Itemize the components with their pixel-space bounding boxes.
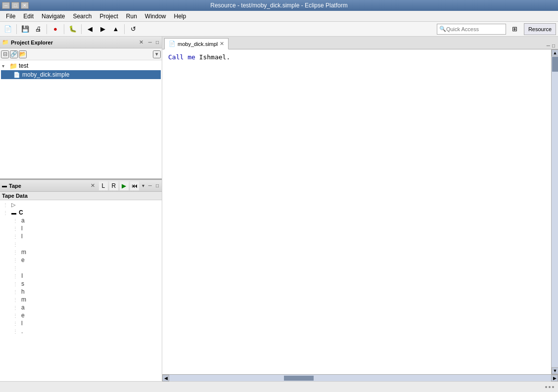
perspective-icon-button[interactable]: ⊞ xyxy=(508,23,522,35)
hscroll-track xyxy=(169,375,551,381)
dashed-e2-icon: ⋮ xyxy=(13,313,18,318)
save-button[interactable]: 💾 xyxy=(19,23,31,35)
project-explorer-title: Project Explorer xyxy=(11,40,136,45)
run-button[interactable]: ● xyxy=(49,23,61,35)
collapse-all-button[interactable]: ⊟ xyxy=(1,50,9,58)
project-explorer-minimize-icon[interactable]: ─ xyxy=(147,39,153,45)
tape-current-cell-label: C xyxy=(19,209,23,216)
menu-search[interactable]: Search xyxy=(69,12,95,21)
tape-minimize-icon[interactable]: ─ xyxy=(147,182,153,189)
restore-button[interactable]: □ xyxy=(11,2,19,9)
tape-row-I: ⋮ I xyxy=(1,272,161,280)
close-button[interactable]: ✕ xyxy=(21,2,29,9)
editor-text-normal: Ishmael. xyxy=(195,53,230,61)
hscroll-left-arrow[interactable]: ◀ xyxy=(162,375,169,382)
tape-close-icon[interactable]: ✕ xyxy=(89,182,97,190)
quick-access-input[interactable] xyxy=(446,26,506,32)
tape-row-space1: ⋮ xyxy=(1,240,161,248)
tape-cell-h: h xyxy=(21,288,25,295)
project-explorer-icon: 📁 xyxy=(2,39,9,45)
tape-row-dot: ⋮ . xyxy=(1,327,161,335)
tape-play-button[interactable]: ▶ xyxy=(120,181,129,190)
tab-close-icon[interactable]: ✕ xyxy=(220,41,224,47)
tape-row-l1: ⋮ l xyxy=(1,224,161,232)
menu-run[interactable]: Run xyxy=(122,12,141,21)
dashed-h-icon: ⋮ xyxy=(13,289,18,295)
print-button[interactable]: 🖨 xyxy=(32,23,44,35)
hscroll-right-arrow[interactable]: ▶ xyxy=(551,375,558,382)
toolbar-sep-5 xyxy=(124,24,125,34)
editor-horizontal-scrollbar[interactable]: ◀ ▶ xyxy=(162,374,558,381)
tape-row-e: ⋮ e xyxy=(1,256,161,264)
main-toolbar: 📄 💾 🖨 ● 🐛 ◀ ▶ ▲ ↺ 🔍 ⊞ Resource xyxy=(0,22,558,37)
tree-item-test[interactable]: ▾ 📁 test xyxy=(1,61,161,70)
scroll-track xyxy=(552,72,558,367)
debug-button[interactable]: 🐛 xyxy=(67,23,79,35)
tape-cell-m: m xyxy=(21,249,26,256)
project-explorer-maximize-icon[interactable]: □ xyxy=(155,39,160,45)
menu-project[interactable]: Project xyxy=(95,12,122,21)
tape-dropdown-icon[interactable]: ▾ xyxy=(141,182,145,189)
tape-row-l3: ⋮ l xyxy=(1,319,161,327)
hscroll-thumb[interactable] xyxy=(284,376,314,381)
project-explorer-close-icon[interactable]: ✕ xyxy=(138,39,145,46)
chevron-down-icon: ▾ xyxy=(2,63,8,69)
tape-row-a2: ⋮ a xyxy=(1,304,161,311)
project-explorer-titlebar: 📁 Project Explorer ✕ ─ □ xyxy=(0,37,162,48)
editor-text[interactable]: Call me Ishmael. xyxy=(162,49,551,374)
menu-navigate[interactable]: Navigate xyxy=(38,12,69,21)
dashed-a-icon: ⋮ xyxy=(13,218,18,223)
editor-tab-bar: 📄 moby_dick.simpl ✕ ─ □ xyxy=(162,37,558,49)
dashed-line-icon-2: ⋮ xyxy=(3,210,8,216)
scroll-thumb[interactable] xyxy=(552,57,558,72)
project-tree: ▾ 📁 test 📄 moby_dick.simple xyxy=(0,60,162,178)
tree-item-file[interactable]: 📄 moby_dick.simple xyxy=(1,70,161,79)
dashed-l1-icon: ⋮ xyxy=(13,226,18,231)
refresh-button[interactable]: ↺ xyxy=(127,23,139,35)
menu-window[interactable]: Window xyxy=(141,12,170,21)
scroll-up-arrow[interactable]: ▲ xyxy=(552,49,558,56)
new-folder-button[interactable]: 📂 xyxy=(19,50,27,58)
tree-item-file-label: moby_dick.simple xyxy=(22,71,69,78)
scroll-down-arrow[interactable]: ▼ xyxy=(552,367,558,374)
tape-maximize-icon[interactable]: □ xyxy=(155,182,160,189)
quick-access-box[interactable]: 🔍 xyxy=(437,24,506,35)
dashed-l2-icon: ⋮ xyxy=(13,234,18,239)
tape-row-arrow: ⋮ ▷ xyxy=(1,201,161,209)
tape-row-a: ⋮ a xyxy=(1,217,161,224)
link-editor-button[interactable]: 🔗 xyxy=(10,50,18,58)
menu-bar: File Edit Navigate Search Project Run Wi… xyxy=(0,11,558,22)
menu-edit[interactable]: Edit xyxy=(19,12,38,21)
status-dots xyxy=(545,386,554,388)
tape-data-header: Tape Data xyxy=(0,192,162,200)
left-panel: 📁 Project Explorer ✕ ─ □ ⊟ 🔗 📂 ▾ ▾ 📁 tes… xyxy=(0,37,162,381)
tab-file-icon: 📄 xyxy=(169,41,176,47)
menu-help[interactable]: Help xyxy=(170,12,190,21)
tape-L-button[interactable]: L xyxy=(99,181,108,190)
tape-inner-toolbar: L R ▶ ⏮ xyxy=(99,180,139,192)
window-controls[interactable]: ─ □ ✕ xyxy=(2,2,29,9)
editor-tab-moby[interactable]: 📄 moby_dick.simpl ✕ xyxy=(164,38,229,49)
editor-minimize-icon[interactable]: ─ xyxy=(546,43,551,49)
editor-vertical-scrollbar[interactable]: ▲ ▼ xyxy=(551,49,558,374)
tape-cell-space1 xyxy=(21,241,23,248)
new-button[interactable]: 📄 xyxy=(2,23,14,35)
up-button[interactable]: ▲ xyxy=(110,23,122,35)
view-menu-button[interactable]: ▾ xyxy=(153,50,161,58)
back-button[interactable]: ◀ xyxy=(84,23,96,35)
tape-R-button[interactable]: R xyxy=(109,181,118,190)
menu-file[interactable]: File xyxy=(2,12,19,21)
perspective-resource-button[interactable]: Resource xyxy=(524,23,556,35)
forward-button[interactable]: ▶ xyxy=(97,23,109,35)
tape-cell-l3: l xyxy=(21,320,23,327)
tape-current-icon: ▬ xyxy=(11,210,16,216)
toolbar-sep-3 xyxy=(64,24,64,34)
tape-titlebar: ▬ Tape ✕ L R ▶ ⏮ ▾ ─ □ xyxy=(0,180,162,192)
minimize-button[interactable]: ─ xyxy=(2,2,10,9)
tape-cell-l2: l xyxy=(21,233,23,240)
dashed-m-icon: ⋮ xyxy=(13,250,18,255)
tape-row-l2: ⋮ l xyxy=(1,232,161,240)
editor-maximize-icon[interactable]: □ xyxy=(551,43,556,49)
tape-skip-button[interactable]: ⏮ xyxy=(130,181,139,190)
tape-arrow-indicator: ▷ xyxy=(11,202,15,208)
